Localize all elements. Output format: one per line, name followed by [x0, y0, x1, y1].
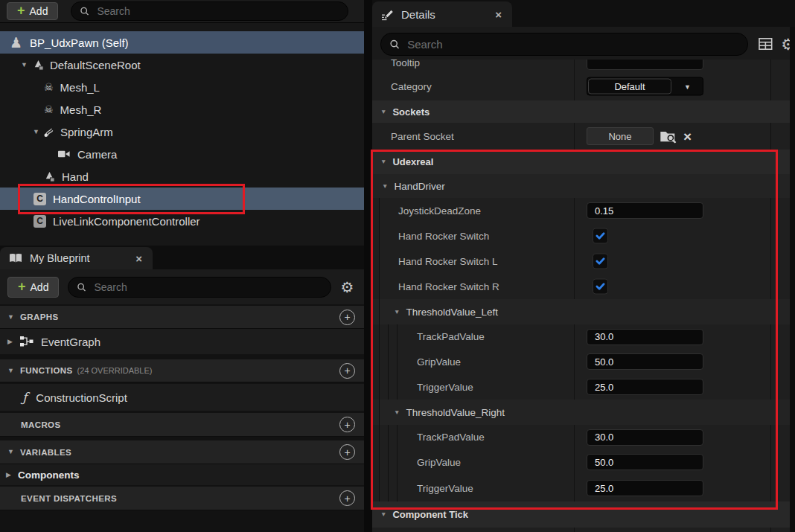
hand-rocker-switch-l-checkbox[interactable] — [593, 254, 608, 269]
gripvalue-left-input[interactable]: 50.0 — [587, 353, 703, 370]
chevron-down-icon[interactable]: ▼ — [394, 409, 400, 416]
column-splitter[interactable] — [574, 475, 575, 501]
details-search-input[interactable] — [406, 37, 739, 51]
tree-row-camera[interactable]: Camera — [0, 143, 364, 165]
close-icon[interactable]: × — [495, 9, 502, 20]
tree-row-handcontrolinput[interactable]: C HandControlInput — [0, 188, 364, 210]
column-splitter[interactable] — [574, 223, 575, 249]
browse-socket-icon[interactable] — [660, 129, 677, 144]
tree-row-springarm[interactable]: ▼ SpringArm — [0, 121, 364, 143]
my-blueprint-tab[interactable]: My Blueprint × — [0, 247, 153, 269]
tree-row-defaultsceneroot[interactable]: ▼ DefaultSceneRoot — [0, 54, 364, 76]
property-value: 25.0 — [595, 382, 613, 393]
chevron-down-icon[interactable]: ▼ — [21, 62, 28, 68]
details-search[interactable] — [380, 33, 748, 56]
column-splitter[interactable] — [574, 425, 575, 449]
display-filter-grid-icon[interactable] — [759, 38, 773, 50]
column-divider — [770, 198, 771, 223]
variables-section-header[interactable]: ▼ VARIABLES + — [0, 440, 364, 464]
components-add-button[interactable]: + Add — [7, 2, 58, 20]
panel-splitter[interactable] — [364, 0, 372, 532]
trackpadvalue-right-input[interactable]: 30.0 — [587, 429, 703, 446]
functions-section-header[interactable]: ▼ FUNCTIONS (24 OVERRIDABLE) + — [0, 359, 364, 382]
chevron-down-icon[interactable]: ▼ — [382, 183, 388, 190]
chevron-right-icon[interactable]: ▶ — [6, 472, 11, 478]
my-blueprint-search-input[interactable] — [92, 281, 322, 294]
component-tick-section-header[interactable]: ▼ Component Tick — [372, 501, 795, 528]
chevron-right-icon[interactable]: ▶ — [7, 339, 13, 345]
triggervalue-right-input[interactable]: 25.0 — [587, 480, 703, 496]
trackpadvalue-left-input[interactable]: 30.0 — [587, 329, 703, 345]
graphs-section-header[interactable]: ▼ GRAPHS + — [0, 306, 364, 329]
chevron-down-icon[interactable]: ▼ — [33, 129, 39, 135]
clear-socket-icon[interactable]: × — [683, 129, 692, 144]
column-splitter[interactable] — [574, 198, 575, 223]
tree-row-mesh-l[interactable]: ☠ Mesh_L — [0, 76, 364, 98]
joystickdeadzone-input[interactable]: 0.15 — [587, 202, 703, 219]
add-graph-icon[interactable]: + — [339, 310, 355, 325]
chevron-down-icon[interactable]: ▼ — [7, 368, 14, 374]
event-graph-item[interactable]: ▶ EventGraph — [0, 329, 364, 354]
gripvalue-right-input[interactable]: 50.0 — [587, 454, 703, 470]
my-blueprint-search[interactable] — [68, 277, 331, 298]
column-splitter[interactable] — [574, 249, 575, 274]
add-function-icon[interactable]: + — [339, 363, 355, 379]
tab-title: Details — [401, 8, 435, 21]
pawn-icon: ♟ — [10, 36, 22, 50]
handdriver-group-header[interactable]: ▼ HandDriver — [372, 174, 795, 199]
macros-section-header[interactable]: MACROS + — [0, 413, 364, 437]
event-dispatchers-section-header[interactable]: EVENT DISPATCHERS + — [0, 487, 364, 510]
hand-rocker-switch-r-checkbox[interactable] — [593, 279, 608, 295]
chevron-down-icon[interactable]: ▼ — [7, 314, 14, 321]
category-value[interactable]: Default — [588, 79, 671, 94]
components-category-item[interactable]: ▶ Components — [0, 464, 364, 485]
column-splitter[interactable] — [574, 60, 575, 72]
construction-script-item[interactable]: ƒ ConstructionScript — [0, 384, 364, 411]
column-splitter[interactable] — [574, 123, 575, 150]
column-splitter[interactable] — [574, 449, 575, 475]
details-scrollbar[interactable] — [790, 27, 795, 532]
udexreal-section-header[interactable]: ▼ Udexreal — [372, 150, 795, 175]
column-splitter[interactable] — [574, 72, 575, 100]
property-label: Hand Rocker Switch R — [398, 281, 499, 292]
add-macro-icon[interactable]: + — [339, 417, 355, 432]
property-row-triggervalue-left: TriggerValue 25.0 — [372, 374, 795, 400]
tree-item-label: SpringArm — [60, 126, 113, 138]
triggervalue-left-input[interactable]: 25.0 — [587, 379, 703, 395]
close-icon[interactable]: × — [135, 253, 142, 264]
column-splitter[interactable] — [574, 324, 575, 349]
parent-socket-text: None — [608, 131, 631, 142]
thresholdvalue-left-group-header[interactable]: ▼ ThresholdValue_Left — [372, 299, 795, 325]
chevron-down-icon[interactable]: ▼ — [380, 511, 386, 518]
thresholdvalue-right-group-header[interactable]: ▼ ThresholdValue_Right — [372, 400, 795, 426]
column-splitter[interactable] — [574, 274, 575, 299]
components-search[interactable] — [71, 1, 348, 21]
property-row-gripvalue-left: GripValue 50.0 — [372, 349, 795, 375]
hand-rocker-switch-checkbox[interactable] — [593, 228, 608, 244]
plus-icon: + — [18, 280, 26, 293]
sockets-section-header[interactable]: ▼ Sockets — [372, 100, 795, 124]
tree-row-livelinkcomponentcontroller[interactable]: C LiveLinkComponentController — [0, 210, 364, 232]
chevron-down-icon[interactable]: ▼ — [380, 109, 386, 115]
my-blueprint-add-button[interactable]: + Add — [7, 277, 59, 298]
tree-item-label: Hand — [62, 170, 89, 183]
components-search-input[interactable] — [95, 4, 339, 18]
tree-row-root[interactable]: ♟ BP_UdxPawn (Self) — [0, 31, 364, 54]
construction-script-label: ConstructionScript — [36, 391, 127, 404]
chevron-down-icon[interactable]: ▼ — [7, 449, 14, 455]
add-variable-icon[interactable]: + — [339, 444, 355, 460]
chevron-down-icon[interactable]: ▼ — [380, 158, 386, 165]
parent-socket-value[interactable]: None — [587, 127, 654, 145]
details-tab[interactable]: Details × — [372, 1, 512, 27]
column-splitter[interactable] — [574, 349, 575, 374]
tree-row-mesh-r[interactable]: ☠ Mesh_R — [0, 98, 364, 121]
tree-row-hand[interactable]: Hand — [0, 165, 364, 188]
gear-icon[interactable]: ⚙ — [340, 280, 354, 295]
tooltip-input[interactable] — [587, 60, 703, 70]
chevron-down-icon[interactable]: ▼ — [672, 78, 703, 95]
add-event-dispatcher-icon[interactable]: + — [339, 490, 355, 506]
column-splitter[interactable] — [574, 374, 575, 400]
category-dropdown[interactable]: Default ▼ — [587, 77, 703, 96]
property-value: 0.15 — [595, 205, 613, 217]
chevron-down-icon[interactable]: ▼ — [394, 309, 400, 315]
